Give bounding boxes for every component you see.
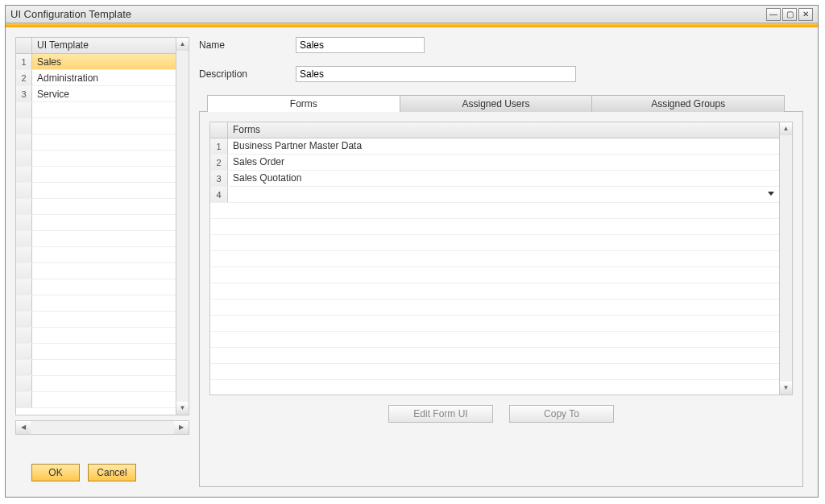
- window-controls: — ▢ ✕: [766, 8, 813, 21]
- ok-button[interactable]: OK: [31, 464, 80, 481]
- left-panel: UI Template 1 Sales 2 Administration: [15, 37, 189, 487]
- list-item: [16, 199, 176, 215]
- table-row: [210, 219, 779, 235]
- template-row-administration[interactable]: 2 Administration: [16, 70, 176, 86]
- edit-form-ui-button[interactable]: Edit Form UI: [388, 405, 493, 423]
- cancel-button[interactable]: Cancel: [88, 464, 136, 481]
- list-item: [16, 118, 176, 134]
- scroll-left-icon[interactable]: ◀: [16, 421, 31, 434]
- bottom-buttons: OK Cancel: [15, 464, 189, 481]
- template-list-scrollbar[interactable]: ▲ ▼: [176, 38, 189, 415]
- forms-grid-scrollbar[interactable]: ▲ ▼: [779, 122, 792, 395]
- tab-pane-forms: Forms 1 Business Partner Master Data 2 S…: [199, 112, 803, 487]
- list-item: [16, 279, 176, 295]
- table-row: [210, 316, 779, 332]
- table-row: [210, 348, 779, 364]
- list-item: [16, 183, 176, 199]
- list-item: [16, 328, 176, 344]
- right-panel: Name Description Forms Assigned Users As…: [199, 37, 803, 487]
- tab-forms[interactable]: Forms: [207, 95, 400, 112]
- scroll-down-icon[interactable]: ▼: [176, 402, 189, 415]
- table-row: [210, 332, 779, 348]
- table-row: [210, 235, 779, 251]
- template-list-header-label: UI Template: [32, 38, 176, 53]
- list-item: [16, 344, 176, 360]
- table-row[interactable]: 2 Sales Order: [210, 155, 779, 171]
- list-item: [16, 102, 176, 118]
- body: UI Template 1 Sales 2 Administration: [6, 27, 818, 497]
- list-item: [16, 312, 176, 328]
- tabs: Forms Assigned Users Assigned Groups: [199, 95, 803, 112]
- minimize-button[interactable]: —: [766, 8, 781, 21]
- list-item: [16, 376, 176, 392]
- template-list-hscrollbar[interactable]: ◀ ▶: [15, 420, 189, 435]
- list-item: [16, 392, 176, 408]
- table-row: [210, 251, 779, 267]
- list-item: [16, 360, 176, 376]
- template-row-sales[interactable]: 1 Sales: [16, 54, 176, 70]
- chevron-down-icon[interactable]: [768, 192, 774, 196]
- maximize-button[interactable]: ▢: [782, 8, 797, 21]
- pane-buttons: Edit Form UI Copy To: [209, 405, 793, 423]
- table-row: [210, 300, 779, 316]
- table-row: [210, 203, 779, 219]
- copy-to-button[interactable]: Copy To: [509, 405, 614, 423]
- name-input[interactable]: [296, 37, 425, 53]
- template-list-header: UI Template: [16, 38, 176, 54]
- table-row[interactable]: 3 Sales Quotation: [210, 171, 779, 187]
- table-row[interactable]: 1 Business Partner Master Data: [210, 138, 779, 155]
- titlebar: UI Configuration Template — ▢ ✕: [6, 6, 818, 23]
- list-item: [16, 134, 176, 151]
- name-row: Name: [199, 37, 803, 53]
- template-list: UI Template 1 Sales 2 Administration: [15, 37, 189, 415]
- list-item: [16, 151, 176, 167]
- list-item: [16, 215, 176, 231]
- window: UI Configuration Template — ▢ ✕ UI Templ…: [5, 5, 819, 498]
- tab-assigned-users[interactable]: Assigned Users: [400, 95, 593, 112]
- window-title: UI Configuration Template: [10, 8, 131, 20]
- scroll-right-icon[interactable]: ▶: [174, 421, 189, 434]
- table-row: [210, 364, 779, 380]
- scroll-down-icon[interactable]: ▼: [780, 382, 792, 395]
- scroll-up-icon[interactable]: ▲: [780, 122, 792, 135]
- list-item: [16, 295, 176, 312]
- tab-assigned-groups[interactable]: Assigned Groups: [591, 95, 785, 112]
- forms-grid-header-label: Forms: [228, 122, 779, 138]
- description-input[interactable]: [296, 66, 576, 82]
- list-item: [16, 231, 176, 247]
- list-item: [16, 167, 176, 183]
- table-row-dropdown[interactable]: 4: [210, 187, 779, 203]
- description-row: Description: [199, 66, 803, 82]
- table-row: [210, 283, 779, 300]
- table-row: [210, 267, 779, 283]
- list-item: [16, 247, 176, 263]
- table-row: [210, 380, 779, 395]
- forms-grid: Forms 1 Business Partner Master Data 2 S…: [209, 122, 793, 395]
- close-button[interactable]: ✕: [798, 8, 813, 21]
- list-item: [16, 263, 176, 279]
- name-label: Name: [199, 39, 296, 51]
- scroll-up-icon[interactable]: ▲: [176, 38, 189, 51]
- template-row-service[interactable]: 3 Service: [16, 86, 176, 102]
- description-label: Description: [199, 68, 296, 80]
- forms-grid-header: Forms: [210, 122, 779, 138]
